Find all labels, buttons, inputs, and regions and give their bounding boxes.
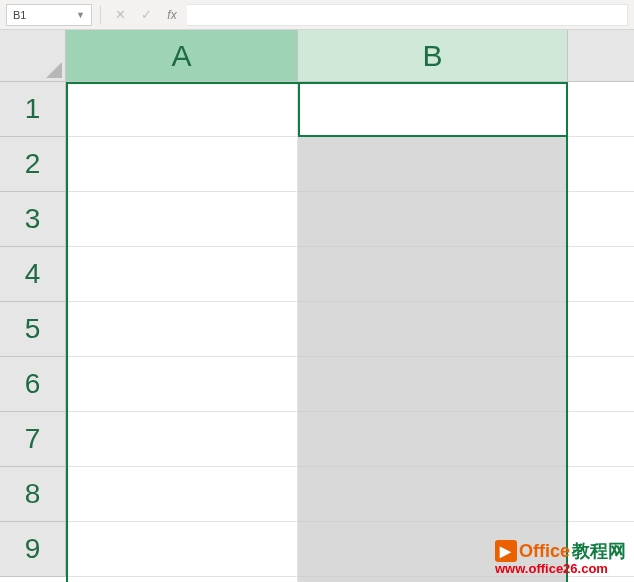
watermark-brand-prefix: Office — [519, 542, 570, 561]
watermark-url: www.office26.com — [495, 562, 626, 576]
column-headers: A B — [66, 30, 634, 82]
separator — [100, 6, 101, 24]
select-all-corner[interactable] — [0, 30, 66, 82]
cell[interactable] — [66, 247, 298, 302]
row-header-6[interactable]: 6 — [0, 357, 66, 412]
cell[interactable] — [568, 412, 634, 467]
cells-area[interactable] — [66, 82, 634, 582]
chevron-down-icon[interactable]: ▼ — [76, 10, 85, 20]
cell[interactable] — [298, 357, 568, 412]
cell[interactable] — [298, 82, 568, 137]
cell[interactable] — [568, 247, 634, 302]
cell[interactable] — [568, 357, 634, 412]
cancel-button[interactable]: ✕ — [109, 4, 131, 26]
row-headers: 1 2 3 4 5 6 7 8 9 — [0, 82, 66, 577]
row-header-5[interactable]: 5 — [0, 302, 66, 357]
cell[interactable] — [568, 192, 634, 247]
formula-input[interactable] — [187, 4, 628, 26]
cell[interactable] — [298, 577, 568, 582]
row-header-2[interactable]: 2 — [0, 137, 66, 192]
cell[interactable] — [66, 357, 298, 412]
cell[interactable] — [66, 192, 298, 247]
row-header-4[interactable]: 4 — [0, 247, 66, 302]
column-header-a[interactable]: A — [66, 30, 298, 82]
cell[interactable] — [66, 577, 298, 582]
cell[interactable] — [298, 247, 568, 302]
cell[interactable] — [568, 467, 634, 522]
watermark-logo-icon: ▶ — [495, 540, 517, 562]
row-header-1[interactable]: 1 — [0, 82, 66, 137]
insert-function-button[interactable]: fx — [161, 4, 183, 26]
cell[interactable] — [66, 137, 298, 192]
cell[interactable] — [66, 302, 298, 357]
cell[interactable] — [66, 82, 298, 137]
cell[interactable] — [568, 82, 634, 137]
column-header-b[interactable]: B — [298, 30, 568, 82]
cell[interactable] — [298, 192, 568, 247]
watermark-brand-suffix: 教程网 — [572, 542, 626, 561]
cell[interactable] — [568, 302, 634, 357]
row-header-7[interactable]: 7 — [0, 412, 66, 467]
cell[interactable] — [298, 137, 568, 192]
cell[interactable] — [298, 302, 568, 357]
enter-button[interactable]: ✓ — [135, 4, 157, 26]
name-box-value: B1 — [13, 9, 26, 21]
cell[interactable] — [66, 522, 298, 577]
cell[interactable] — [568, 137, 634, 192]
name-box[interactable]: B1 ▼ — [6, 4, 92, 26]
row-header-3[interactable]: 3 — [0, 192, 66, 247]
column-header-next[interactable] — [568, 30, 634, 82]
cell[interactable] — [298, 467, 568, 522]
watermark: ▶ Office教程网 www.office26.com — [495, 540, 626, 576]
svg-marker-0 — [46, 62, 62, 78]
row-header-9[interactable]: 9 — [0, 522, 66, 577]
cell[interactable] — [568, 577, 634, 582]
cell[interactable] — [298, 412, 568, 467]
cell[interactable] — [66, 467, 298, 522]
row-header-8[interactable]: 8 — [0, 467, 66, 522]
cell[interactable] — [66, 412, 298, 467]
formula-bar: B1 ▼ ✕ ✓ fx — [0, 0, 634, 30]
